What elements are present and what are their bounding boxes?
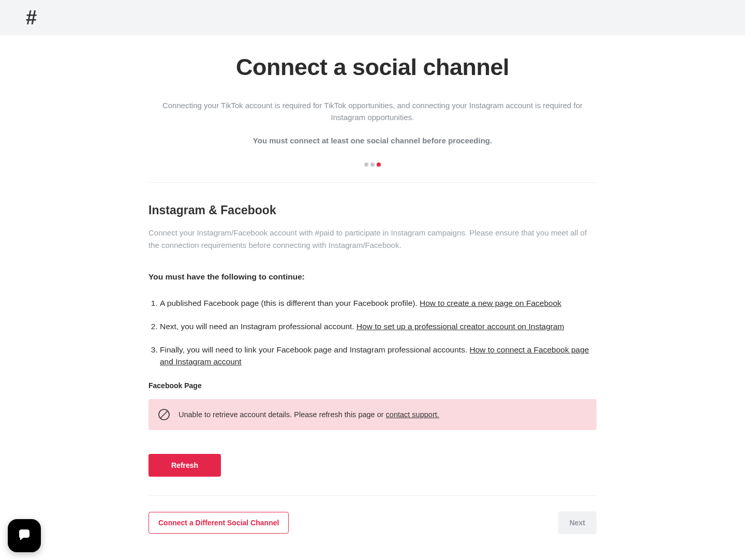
page-title: Connect a social channel	[148, 54, 597, 81]
logo-hash: #	[26, 7, 36, 29]
contact-support-link[interactable]: contact support.	[386, 410, 439, 419]
svg-line-1	[161, 411, 168, 418]
section-title: Instagram & Facebook	[148, 203, 597, 217]
intro-required-text: You must connect at least one social cha…	[148, 136, 597, 145]
topbar: #	[0, 0, 745, 35]
progress-dot-3	[377, 163, 381, 167]
progress-dot-2	[370, 163, 375, 167]
error-text: Unable to retrieve account details. Plea…	[178, 410, 386, 419]
forbidden-icon	[158, 408, 170, 421]
requirement-link[interactable]: How to create a new page on Facebook	[420, 299, 561, 307]
requirements-list: A published Facebook page (this is diffe…	[148, 297, 597, 368]
requirements-label: You must have the following to continue:	[148, 272, 597, 282]
requirement-text: Next, you will need an Instagram profess…	[160, 322, 356, 331]
requirement-item: A published Facebook page (this is diffe…	[160, 297, 597, 309]
intro-text: Connecting your TikTok account is requir…	[160, 99, 585, 124]
divider	[148, 182, 597, 183]
requirement-text: A published Facebook page (this is diffe…	[160, 299, 420, 307]
error-message: Unable to retrieve account details. Plea…	[178, 410, 439, 419]
progress-dot-1	[364, 163, 368, 167]
chat-icon	[16, 526, 33, 545]
next-button[interactable]: Next	[558, 511, 597, 534]
connect-different-channel-button[interactable]: Connect a Different Social Channel	[148, 512, 289, 534]
error-alert: Unable to retrieve account details. Plea…	[148, 399, 597, 430]
main-container: Connect a social channel Connecting your…	[148, 35, 597, 560]
chat-launcher-button[interactable]	[8, 519, 41, 552]
requirement-link[interactable]: How to set up a professional creator acc…	[356, 322, 564, 331]
requirement-item: Next, you will need an Instagram profess…	[160, 320, 597, 332]
progress-dots	[148, 163, 597, 167]
divider	[148, 495, 597, 496]
refresh-button[interactable]: Refresh	[148, 454, 221, 477]
section-description: Connect your Instagram/Facebook account …	[148, 227, 597, 252]
footer-actions: Connect a Different Social Channel Next	[148, 511, 597, 534]
requirement-text: Finally, you will need to link your Face…	[160, 345, 470, 354]
requirement-item: Finally, you will need to link your Face…	[160, 344, 597, 368]
facebook-page-label: Facebook Page	[148, 381, 597, 390]
